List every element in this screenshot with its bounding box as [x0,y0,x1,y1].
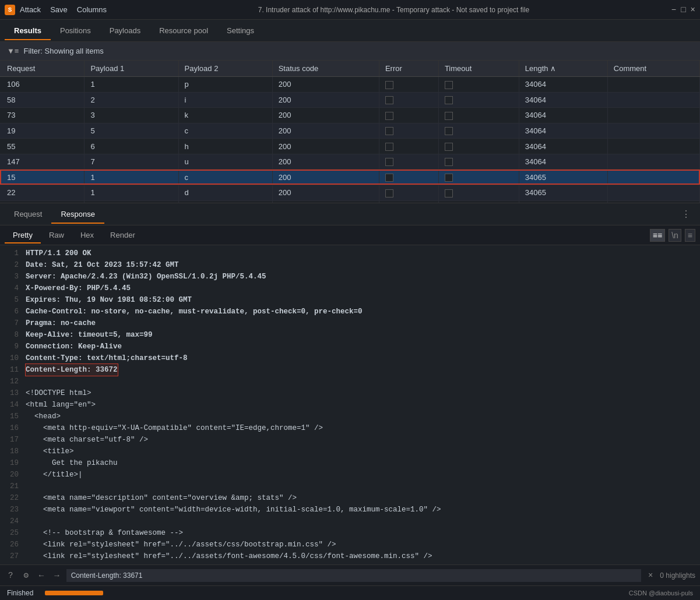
error-checkbox[interactable] [385,81,393,89]
table-row[interactable]: 221d20034065 [0,185,700,200]
panel-tab-bar: Request Response ⋮ [0,203,700,225]
panel-menu-button[interactable]: ⋮ [677,206,695,222]
sub-tab-raw[interactable]: Raw [41,227,72,243]
table-row[interactable]: 733k20034064 [0,108,700,123]
line-number: 1 [5,248,19,259]
col-request[interactable]: Request [0,61,85,77]
results-table-container[interactable]: Request Payload 1 Payload 2 Status code … [0,61,700,203]
timeout-checkbox[interactable] [445,127,453,135]
line-content: Get the pikachu [26,457,118,469]
main-tab-bar: Results Positions Payloads Resource pool… [0,20,700,42]
code-line: 14<html lang="en"> [0,399,700,411]
minimize-button[interactable]: − [671,5,676,15]
tab-results[interactable]: Results [5,22,51,40]
code-line: 26 <link rel="stylesheet" href="../../as… [0,539,700,550]
col-status[interactable]: Status code [272,61,379,77]
line-number: 23 [5,504,19,516]
line-number: 27 [5,550,19,562]
col-comment[interactable]: Comment [607,61,699,77]
table-row[interactable]: 151c20034065 [0,170,700,185]
code-line: 16 <meta http-equiv="X-UA-Compatible" co… [0,422,700,434]
error-checkbox[interactable] [385,143,393,151]
line-content: <!DOCTYPE html> [26,387,92,399]
error-checkbox[interactable] [385,96,393,104]
table-row[interactable]: 195c20034064 [0,123,700,139]
tab-settings[interactable]: Settings [217,22,263,40]
line-number: 14 [5,399,19,411]
error-checkbox[interactable] [385,112,393,120]
panel-tab-response[interactable]: Response [51,205,104,223]
line-content: <meta name="description" content="overvi… [26,492,297,504]
sub-tab-pretty[interactable]: Pretty [5,227,41,243]
line-content: <meta name="viewport" content="width=dev… [26,504,441,516]
sub-tab-hex[interactable]: Hex [72,227,102,243]
search-input[interactable] [66,569,641,582]
more-options-button[interactable]: ≡ [685,229,695,242]
tab-resource-pool[interactable]: Resource pool [150,22,217,40]
error-checkbox[interactable] [385,189,393,197]
line-num-button[interactable]: \n [669,229,681,242]
code-line: 21 [0,481,700,492]
line-number: 7 [5,317,19,329]
code-line: 27 <link rel="stylesheet" href="../../as… [0,550,700,562]
table-row[interactable]: 582i20034064 [0,92,700,108]
timeout-checkbox[interactable] [445,158,453,166]
timeout-checkbox[interactable] [445,81,453,89]
table-row[interactable]: 1061p20034064 [0,77,700,93]
results-table: Request Payload 1 Payload 2 Status code … [0,61,700,203]
col-payload2[interactable]: Payload 2 [178,61,272,77]
line-content: Pragma: no-cache [26,317,96,329]
line-content: Date: Sat, 21 Oct 2023 15:57:42 GMT [26,259,179,271]
table-row[interactable]: 556h20034064 [0,139,700,154]
line-content: Cache-Control: no-store, no-cache, must-… [26,306,363,317]
menu-attack[interactable]: Attack [20,5,41,14]
search-next-button[interactable]: → [51,570,62,581]
word-wrap-button[interactable]: ≡≡ [650,229,665,242]
tab-payloads[interactable]: Payloads [100,22,150,40]
line-number: 16 [5,422,19,434]
menu-save[interactable]: Save [50,5,68,14]
search-help-button[interactable]: ? [5,570,16,581]
timeout-checkbox[interactable] [445,189,453,197]
line-number: 18 [5,446,19,457]
maximize-button[interactable]: □ [681,5,685,15]
code-line: 13<!DOCTYPE html> [0,387,700,399]
search-settings-button[interactable]: ⚙ [20,569,31,581]
error-checkbox[interactable] [385,127,393,135]
code-line: 15 <head> [0,411,700,422]
status-bar: Finished CSDN @diaobusi-puls [0,585,700,600]
tab-positions[interactable]: Positions [51,22,100,40]
timeout-checkbox[interactable] [445,96,453,104]
close-button[interactable]: × [691,5,695,15]
line-number: 21 [5,481,19,492]
line-content: Connection: Keep-Alive [26,341,122,352]
error-checkbox[interactable] [385,158,393,166]
col-timeout[interactable]: Timeout [438,61,519,77]
search-close-button[interactable]: × [645,570,656,581]
col-error[interactable]: Error [379,61,438,77]
sub-tab-render[interactable]: Render [102,227,143,243]
main-wrapper: ▼≡ Filter: Showing all items Request Pay… [0,42,700,600]
filter-bar: ▼≡ Filter: Showing all items [0,42,700,61]
error-checkbox[interactable] [385,174,393,182]
line-content: <html lang="en"> [26,399,96,411]
code-area[interactable]: 1HTTP/1.1 200 OK2Date: Sat, 21 Oct 2023 … [0,245,700,564]
panel-tab-request[interactable]: Request [5,205,51,223]
menu-columns[interactable]: Columns [77,5,107,14]
line-content: Keep-Alive: timeout=5, max=99 [26,329,153,341]
col-length[interactable]: Length ∧ [519,61,607,77]
timeout-checkbox[interactable] [445,143,453,151]
code-line: 9Connection: Keep-Alive [0,341,700,352]
line-number: 8 [5,329,19,341]
code-line: 8Keep-Alive: timeout=5, max=99 [0,329,700,341]
line-number: 6 [5,306,19,317]
line-content: <link rel="stylesheet" href="../../asset… [26,539,336,550]
code-line: 11Content-Length: 33672 [0,364,700,376]
timeout-checkbox[interactable] [445,112,453,120]
search-prev-button[interactable]: ← [36,570,47,581]
timeout-checkbox[interactable] [445,174,453,182]
table-row[interactable]: 1477u20034064 [0,154,700,170]
code-line: 23 <meta name="viewport" content="width=… [0,504,700,516]
code-line: 12 [0,376,700,387]
col-payload1[interactable]: Payload 1 [85,61,178,77]
